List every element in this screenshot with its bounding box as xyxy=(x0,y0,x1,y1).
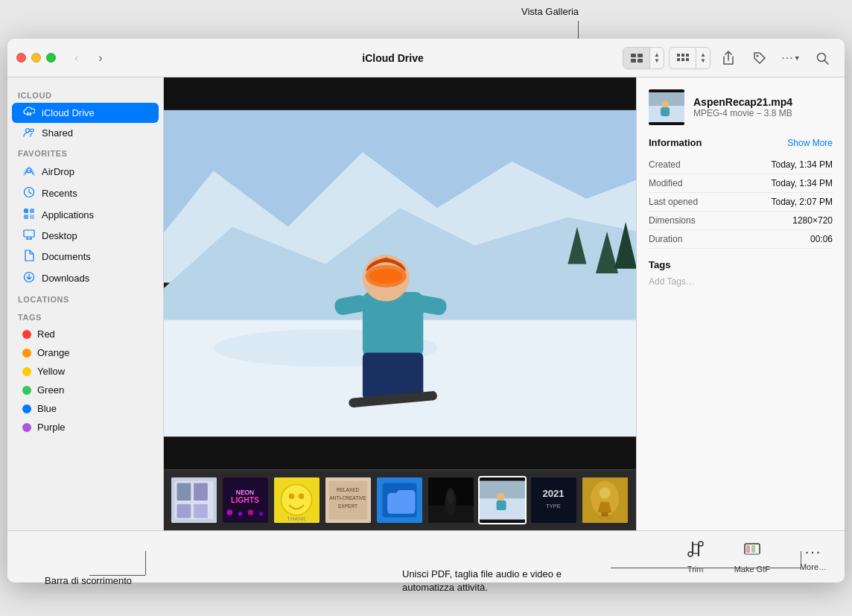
svg-rect-50 xyxy=(194,504,208,518)
svg-text:NEON: NEON xyxy=(236,489,254,496)
sidebar-item-tag-purple[interactable]: Purple xyxy=(12,418,159,436)
svg-rect-27 xyxy=(164,77,636,110)
sidebar-item-icloud-drive[interactable]: iCloud Drive xyxy=(12,103,159,123)
group-button[interactable] xyxy=(670,48,696,69)
make-gif-button[interactable]: Make GIF xyxy=(728,537,776,577)
purple-tag-label: Purple xyxy=(37,422,66,433)
sidebar-item-tag-yellow[interactable]: Yellow xyxy=(12,362,159,381)
filmstrip-item-9[interactable] xyxy=(581,476,629,524)
view-switcher: ▲ ▼ xyxy=(623,47,664,69)
red-tag-dot xyxy=(22,330,31,339)
svg-rect-22 xyxy=(24,230,34,237)
more-actions-button[interactable]: ··· More… xyxy=(794,540,833,574)
sidebar-item-applications[interactable]: Applications xyxy=(12,204,159,226)
more-button[interactable]: ··· ▼ xyxy=(778,48,804,69)
sidebar-item-tag-green[interactable]: Green xyxy=(12,381,159,399)
trim-button[interactable]: Trim xyxy=(681,537,710,577)
desktop-icon xyxy=(22,229,36,242)
sidebar-item-airdrop[interactable]: AirDrop xyxy=(12,161,159,182)
view-options-button[interactable]: ▲ ▼ xyxy=(650,48,664,69)
make-gif-label: Make GIF xyxy=(734,565,770,574)
information-label: Information xyxy=(649,137,702,148)
recents-icon xyxy=(22,186,36,200)
last-opened-value: Today, 2:07 PM xyxy=(772,197,833,207)
gallery-main: NEON LIGHTS xyxy=(164,77,845,530)
filmstrip-item-2[interactable]: NEON LIGHTS xyxy=(221,476,270,524)
dimensions-value: 1280×720 xyxy=(792,215,833,226)
thumb-preview-6 xyxy=(428,477,474,523)
sidebar-item-recents[interactable]: Recents xyxy=(12,182,159,204)
search-button[interactable] xyxy=(809,48,836,69)
info-row-last-opened: Last opened Today, 2:07 PM xyxy=(649,193,833,212)
sidebar-section-locations: Locations xyxy=(7,289,163,307)
svg-rect-5 xyxy=(681,54,684,57)
share-button[interactable] xyxy=(715,48,742,69)
svg-point-61 xyxy=(299,494,305,500)
info-section-header: Information Show More xyxy=(649,137,833,148)
filmstrip-item-1[interactable] xyxy=(170,476,218,524)
icloud-drive-icon xyxy=(22,107,36,119)
nav-buttons: ‹ › xyxy=(66,51,111,66)
group-options-button[interactable]: ▲ ▼ xyxy=(696,48,710,69)
filmstrip: NEON LIGHTS xyxy=(164,469,636,530)
toolbar-actions: ▲ ▼ xyxy=(623,47,836,69)
sidebar-item-downloads[interactable]: Downloads xyxy=(12,267,159,289)
gallery-view-button[interactable] xyxy=(623,48,650,69)
back-button[interactable]: ‹ xyxy=(66,51,87,66)
filmstrip-item-3[interactable]: THANK xyxy=(273,476,321,524)
sidebar-item-tag-orange[interactable]: Orange xyxy=(12,343,159,362)
filmstrip-item-5[interactable] xyxy=(375,476,424,524)
fullscreen-button[interactable] xyxy=(46,53,56,63)
svg-text:TYPE: TYPE xyxy=(546,503,561,509)
svg-point-59 xyxy=(281,484,311,515)
svg-rect-2 xyxy=(631,59,636,63)
thumb-preview-1 xyxy=(171,477,217,523)
blue-tag-label: Blue xyxy=(37,403,57,414)
svg-rect-4 xyxy=(677,54,680,57)
sidebar: iCloud iCloud Drive xyxy=(7,77,164,530)
tags-label: Tags xyxy=(649,259,833,270)
svg-point-40 xyxy=(369,269,403,284)
filmstrip-item-8[interactable]: 2021 TYPE xyxy=(530,476,578,524)
info-panel: AspenRecap21.mp4 MPEG-4 movie – 3.8 MB I… xyxy=(636,77,845,530)
sidebar-item-tag-blue[interactable]: Blue xyxy=(12,399,159,418)
sidebar-item-tag-red[interactable]: Red xyxy=(12,325,159,343)
svg-point-15 xyxy=(31,129,34,132)
svg-rect-20 xyxy=(24,215,28,219)
forward-button[interactable]: › xyxy=(90,51,111,66)
sidebar-item-desktop[interactable]: Desktop xyxy=(12,226,159,246)
modified-value: Today, 1:34 PM xyxy=(772,178,833,188)
file-thumbnail xyxy=(649,89,684,125)
documents-label: Documents xyxy=(42,251,91,262)
shared-label: Shared xyxy=(42,127,73,139)
show-more-button[interactable]: Show More xyxy=(787,138,833,148)
gallery-preview[interactable] xyxy=(164,77,636,469)
filmstrip-item-6[interactable] xyxy=(427,476,475,524)
sidebar-item-documents[interactable]: Documents xyxy=(12,246,159,267)
orange-tag-dot xyxy=(22,349,31,358)
svg-point-56 xyxy=(248,509,254,515)
icloud-drive-label: iCloud Drive xyxy=(42,107,95,118)
svg-text:LIGHTS: LIGHTS xyxy=(231,496,259,504)
modified-label: Modified xyxy=(649,178,682,188)
downloads-label: Downloads xyxy=(42,273,89,284)
filmstrip-item-7[interactable] xyxy=(478,476,527,524)
svg-rect-9 xyxy=(686,58,689,61)
tag-button[interactable] xyxy=(746,48,773,69)
downloads-icon xyxy=(22,271,36,285)
close-button[interactable] xyxy=(16,53,26,63)
airdrop-icon xyxy=(22,165,36,179)
svg-text:THANK: THANK xyxy=(287,515,305,522)
filmstrip-item-4[interactable]: RELAXED ANTI-CREATIVE EXPERT xyxy=(324,476,372,524)
add-tags-input[interactable]: Add Tags… xyxy=(649,276,833,287)
svg-rect-95 xyxy=(661,107,670,116)
sidebar-item-shared[interactable]: Shared xyxy=(12,123,159,143)
trim-icon xyxy=(687,540,705,562)
yellow-tag-dot xyxy=(22,367,31,376)
svg-rect-91 xyxy=(649,122,684,125)
svg-point-99 xyxy=(699,542,703,546)
red-tag-label: Red xyxy=(37,328,55,340)
file-subtitle: MPEG-4 movie – 3.8 MB xyxy=(693,108,792,118)
minimize-button[interactable] xyxy=(31,53,41,63)
svg-rect-21 xyxy=(30,215,34,219)
